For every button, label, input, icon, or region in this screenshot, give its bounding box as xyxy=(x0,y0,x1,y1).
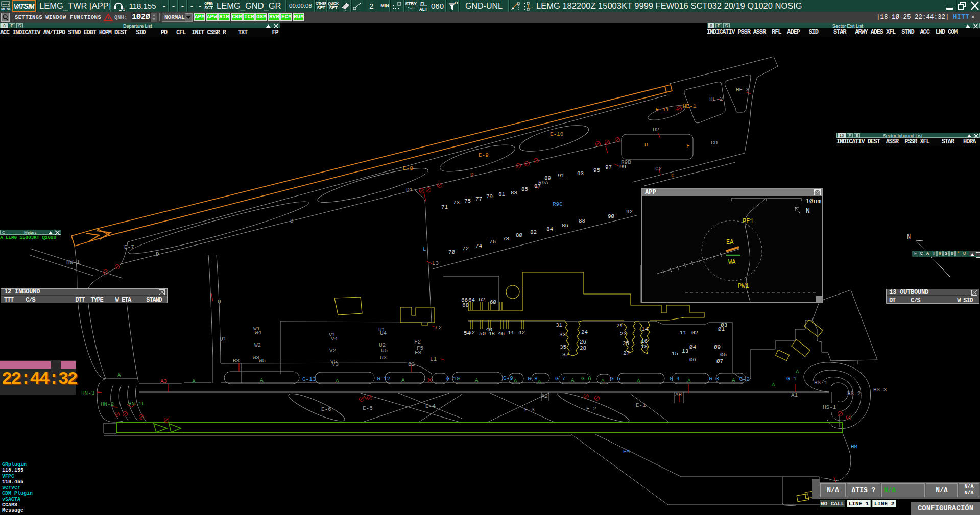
svg-text:Q: Q xyxy=(218,299,221,305)
svg-text:7Ø: 7Ø xyxy=(448,249,456,255)
svg-text:8Ø: 8Ø xyxy=(516,232,523,238)
svg-text:MENU: MENU xyxy=(1,7,11,11)
svg-text:G-3: G-3 xyxy=(709,376,719,382)
svg-text:EM: EM xyxy=(623,449,630,455)
svg-text:33: 33 xyxy=(559,332,566,338)
svg-text:99: 99 xyxy=(619,164,626,170)
svg-text:W2: W2 xyxy=(254,342,261,348)
svg-text:D: D xyxy=(470,171,474,178)
svg-text:A2: A2 xyxy=(541,393,548,399)
svg-text:A: A xyxy=(601,378,605,384)
svg-text:82: 82 xyxy=(530,229,537,235)
svg-text:E-5: E-5 xyxy=(363,405,373,411)
svg-text:95: 95 xyxy=(593,167,600,174)
svg-text:91: 91 xyxy=(558,173,565,179)
svg-text:HN-2: HN-2 xyxy=(101,401,114,407)
svg-text:L3: L3 xyxy=(432,260,439,266)
svg-text:26: 26 xyxy=(580,339,586,345)
svg-text:A: A xyxy=(336,378,339,384)
svg-text:ALT: ALT xyxy=(419,7,428,12)
svg-text:15: 15 xyxy=(672,351,678,357)
svg-text:Ø6: Ø6 xyxy=(689,357,696,363)
svg-text:28: 28 xyxy=(580,345,586,351)
svg-text:HS-1: HS-1 xyxy=(814,380,828,386)
svg-text:Ø9: Ø9 xyxy=(714,344,721,350)
svg-text:92: 92 xyxy=(626,209,633,215)
svg-text:A: A xyxy=(732,377,735,383)
svg-text:87: 87 xyxy=(534,183,541,189)
svg-text:A3: A3 xyxy=(160,378,167,384)
svg-text:E-1: E-1 xyxy=(636,402,646,408)
svg-text:V3: V3 xyxy=(332,361,339,367)
svg-text:68: 68 xyxy=(462,302,469,308)
svg-text:G-7: G-7 xyxy=(555,376,565,382)
svg-text:5Ø: 5Ø xyxy=(479,331,486,337)
svg-text:6Ø: 6Ø xyxy=(490,299,497,305)
svg-text:U5: U5 xyxy=(381,348,388,354)
svg-text:F2: F2 xyxy=(414,339,421,345)
svg-text:G-12: G-12 xyxy=(377,376,390,382)
svg-text:88: 88 xyxy=(579,218,585,224)
svg-text:L1: L1 xyxy=(430,356,437,362)
svg-text:A: A xyxy=(772,382,775,388)
svg-text:G-1: G-1 xyxy=(786,376,797,382)
svg-text:HW-1: HW-1 xyxy=(66,259,80,265)
svg-text:HE-2: HE-2 xyxy=(709,96,723,102)
svg-text:93: 93 xyxy=(577,170,584,177)
svg-text:G-10: G-10 xyxy=(446,376,460,382)
svg-text:B2: B2 xyxy=(408,361,415,367)
svg-text:85: 85 xyxy=(521,186,528,192)
svg-text:V2: V2 xyxy=(329,348,336,354)
svg-text:D1: D1 xyxy=(406,187,413,193)
svg-text:1: 1 xyxy=(123,7,125,12)
svg-text:G-6: G-6 xyxy=(581,376,591,382)
svg-text:V4: V4 xyxy=(331,336,338,342)
svg-text:73: 73 xyxy=(453,200,460,206)
svg-text:4Ø: 4Ø xyxy=(486,327,493,333)
svg-text:++-+: ++-+ xyxy=(2,3,10,6)
svg-text:G-4: G-4 xyxy=(670,376,680,382)
svg-text:62: 62 xyxy=(479,297,485,303)
svg-text:18: 18 xyxy=(641,344,648,350)
svg-text:46: 46 xyxy=(498,331,505,337)
svg-text:25: 25 xyxy=(623,340,629,347)
svg-text:42: 42 xyxy=(518,330,525,336)
svg-text:W5: W5 xyxy=(259,358,266,364)
svg-text:E-3: E-3 xyxy=(524,407,535,413)
svg-text:HN-3: HN-3 xyxy=(81,390,94,396)
svg-text:44: 44 xyxy=(507,330,514,336)
svg-text:D: D xyxy=(156,251,159,257)
svg-text:N: N xyxy=(806,207,810,215)
svg-text:Q1: Q1 xyxy=(220,336,227,342)
svg-text:A1: A1 xyxy=(791,392,798,398)
svg-text:9Ø: 9Ø xyxy=(608,213,615,219)
svg-text:81: 81 xyxy=(498,191,506,198)
svg-text:A: A xyxy=(514,378,517,384)
svg-text:Ø5: Ø5 xyxy=(720,352,727,358)
svg-text:N: N xyxy=(907,234,911,241)
svg-text:76: 76 xyxy=(489,239,496,245)
svg-text:F3: F3 xyxy=(415,350,421,356)
svg-text:14: 14 xyxy=(641,326,649,332)
svg-text:E-4: E-4 xyxy=(425,403,436,409)
svg-text:A: A xyxy=(475,377,479,383)
svg-text:FL: FL xyxy=(455,1,459,5)
svg-text:A: A xyxy=(538,379,541,385)
svg-text:27: 27 xyxy=(623,350,630,356)
svg-text:A: A xyxy=(687,378,691,384)
svg-text:HS-1: HS-1 xyxy=(823,404,836,410)
svg-text:E-9: E-9 xyxy=(479,152,489,158)
svg-text:83: 83 xyxy=(511,190,517,196)
svg-text:A: A xyxy=(401,377,405,383)
svg-text:86: 86 xyxy=(562,223,568,229)
svg-text:E-2: E-2 xyxy=(586,406,596,412)
svg-text:G-2: G-2 xyxy=(739,376,750,382)
svg-text:L2: L2 xyxy=(435,325,442,331)
svg-text:35: 35 xyxy=(560,344,566,350)
svg-text:A: A xyxy=(117,372,121,378)
svg-text:U4: U4 xyxy=(380,330,387,336)
svg-text:11: 11 xyxy=(680,330,687,336)
svg-text:97: 97 xyxy=(605,164,612,170)
svg-text:74: 74 xyxy=(475,243,483,249)
svg-text:U3: U3 xyxy=(380,355,387,361)
